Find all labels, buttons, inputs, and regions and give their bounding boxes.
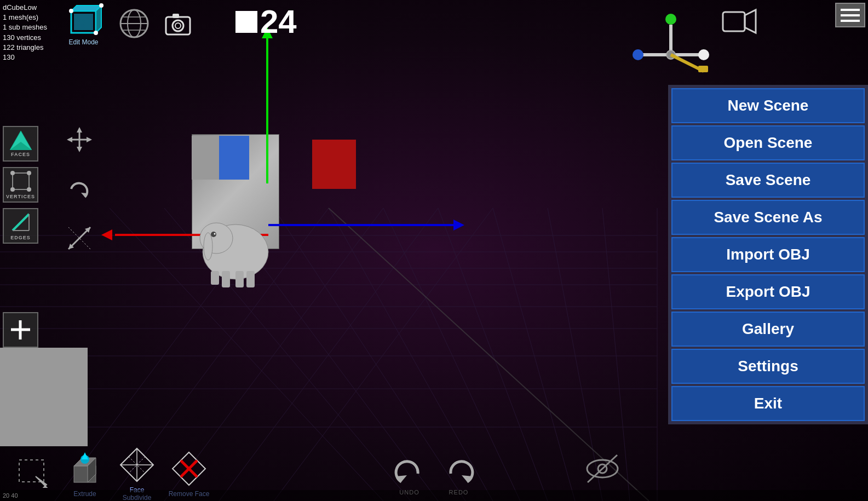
edges-label: EDGES bbox=[10, 235, 31, 240]
mesh-name: dCubeLow bbox=[3, 3, 47, 13]
move-tool-btn[interactable] bbox=[66, 126, 93, 153]
move-icon bbox=[66, 126, 93, 153]
rotate-tool-btn[interactable] bbox=[66, 175, 93, 203]
svg-point-30 bbox=[214, 233, 216, 235]
faces-label: FACES bbox=[11, 152, 30, 157]
video-camera-icon bbox=[720, 5, 758, 38]
globe-icon bbox=[118, 7, 151, 40]
add-icon bbox=[8, 318, 33, 342]
extrude-icon bbox=[66, 450, 104, 488]
svg-line-68 bbox=[13, 214, 29, 231]
svg-point-39 bbox=[99, 3, 104, 8]
svg-marker-73 bbox=[77, 127, 82, 133]
sub-meshes: 1 sub meshes bbox=[3, 22, 47, 32]
face-subdivide-icon bbox=[118, 446, 156, 484]
edit-mode-label: Edit Mode bbox=[68, 38, 98, 46]
svg-point-67 bbox=[27, 187, 31, 192]
svg-marker-75 bbox=[67, 137, 72, 142]
redo-icon bbox=[442, 457, 475, 487]
frame-color-swatch[interactable] bbox=[235, 11, 257, 33]
mesh-info: dCubeLow 1 mesh(es) 1 sub meshes 130 ver… bbox=[3, 3, 47, 62]
orientation-gizmo[interactable] bbox=[627, 11, 715, 88]
x-axis-arrow bbox=[101, 229, 112, 240]
extrude-icon-container bbox=[66, 450, 104, 488]
transform-tools bbox=[66, 126, 93, 252]
edges-tool-btn[interactable]: EDGES bbox=[3, 208, 38, 244]
right-menu-panel: New Scene Open Scene Save Scene Save Sce… bbox=[668, 85, 868, 424]
vertices-count: 130 vertices bbox=[3, 33, 47, 43]
selection-tool-btn[interactable] bbox=[11, 454, 55, 493]
scale-icon bbox=[66, 224, 93, 252]
svg-point-48 bbox=[173, 20, 183, 31]
svg-rect-59 bbox=[698, 66, 708, 72]
svg-point-53 bbox=[665, 14, 676, 25]
y-axis bbox=[266, 30, 268, 183]
save-scene-as-btn[interactable]: Save Scene As bbox=[671, 200, 865, 235]
visibility-toggle-btn[interactable] bbox=[583, 452, 622, 487]
svg-rect-63 bbox=[13, 173, 29, 189]
svg-rect-51 bbox=[723, 12, 745, 31]
gizmo-svg bbox=[627, 11, 715, 88]
gray-block bbox=[192, 136, 222, 180]
svg-point-60 bbox=[698, 49, 709, 60]
svg-rect-33 bbox=[246, 271, 255, 287]
svg-marker-76 bbox=[87, 137, 92, 142]
toolbar-icons: Edit Mode bbox=[60, 3, 194, 46]
gallery-btn[interactable]: Gallery bbox=[671, 312, 865, 347]
z-axis bbox=[268, 224, 455, 226]
elephant-model bbox=[181, 186, 290, 296]
cube-3d-icon[interactable] bbox=[60, 3, 107, 41]
camera-icon-btn[interactable] bbox=[162, 7, 194, 42]
face-subdivide-icon-container bbox=[118, 446, 156, 484]
hamburger-line-3 bbox=[841, 20, 860, 22]
blue-block bbox=[219, 136, 249, 180]
svg-point-66 bbox=[10, 187, 15, 192]
left-tools-panel: FACES VERTICES EDGES bbox=[3, 126, 38, 244]
top-right-icons bbox=[720, 5, 758, 41]
red-cube bbox=[312, 140, 356, 189]
edges-icon bbox=[10, 211, 32, 233]
open-scene-btn[interactable]: Open Scene bbox=[671, 125, 865, 160]
remove-face-icon-container bbox=[170, 450, 208, 488]
rotate-icon bbox=[66, 175, 93, 203]
vertices-tool-btn[interactable]: VERTICES bbox=[3, 167, 38, 203]
add-object-btn[interactable] bbox=[3, 312, 38, 348]
remove-face-icon bbox=[170, 450, 208, 488]
new-scene-btn[interactable]: New Scene bbox=[671, 88, 865, 123]
export-obj-btn[interactable]: Export OBJ bbox=[671, 274, 865, 309]
svg-point-41 bbox=[94, 31, 98, 35]
svg-marker-52 bbox=[745, 10, 756, 33]
svg-point-40 bbox=[69, 9, 73, 13]
faces-icon bbox=[10, 131, 32, 150]
globe-icon-btn[interactable] bbox=[118, 7, 151, 42]
z-axis-arrow bbox=[453, 220, 464, 231]
svg-rect-49 bbox=[173, 14, 179, 18]
visibility-icon bbox=[583, 452, 622, 485]
svg-rect-84 bbox=[19, 460, 44, 482]
faces-tool-btn[interactable]: FACES bbox=[3, 126, 38, 162]
import-obj-btn[interactable]: Import OBJ bbox=[671, 237, 865, 272]
save-scene-btn[interactable]: Save Scene bbox=[671, 163, 865, 198]
svg-point-64 bbox=[10, 171, 15, 175]
hamburger-line-1 bbox=[841, 9, 860, 11]
selection-icon bbox=[16, 457, 49, 490]
svg-point-65 bbox=[27, 171, 31, 175]
svg-marker-85 bbox=[36, 476, 47, 487]
hamburger-menu-btn[interactable] bbox=[835, 3, 865, 27]
selection-icon-container bbox=[14, 454, 52, 493]
video-camera-btn[interactable] bbox=[720, 5, 758, 41]
svg-marker-74 bbox=[77, 147, 82, 152]
settings-btn[interactable]: Settings bbox=[671, 349, 865, 384]
svg-point-50 bbox=[175, 23, 181, 28]
cube-mode-wrapper[interactable]: Edit Mode bbox=[60, 3, 107, 46]
svg-point-56 bbox=[633, 49, 643, 60]
scale-tool-btn[interactable] bbox=[66, 224, 93, 252]
frame-number: 24 bbox=[260, 5, 297, 38]
hamburger-line-2 bbox=[841, 14, 860, 16]
svg-point-28 bbox=[204, 233, 212, 260]
exit-btn[interactable]: Exit bbox=[671, 386, 865, 421]
mesh-count: 1 mesh(es) bbox=[3, 13, 47, 22]
svg-rect-31 bbox=[222, 271, 230, 287]
svg-marker-38 bbox=[96, 5, 101, 33]
triangles-count: 122 triangles bbox=[3, 43, 47, 53]
